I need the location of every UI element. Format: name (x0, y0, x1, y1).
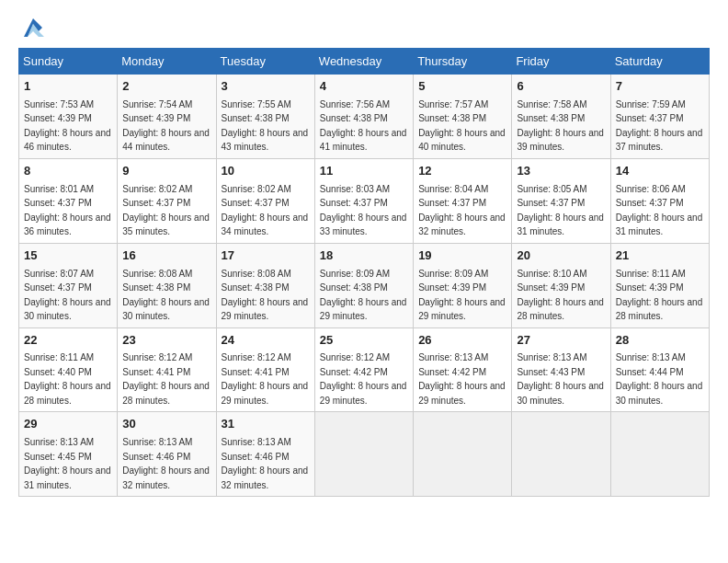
day-info: Sunrise: 7:53 AMSunset: 4:39 PMDaylight:… (24, 99, 111, 153)
day-number: 23 (122, 332, 210, 350)
table-row: 10Sunrise: 8:02 AMSunset: 4:37 PMDayligh… (216, 158, 314, 243)
day-number: 27 (517, 332, 605, 350)
table-row: 11Sunrise: 8:03 AMSunset: 4:37 PMDayligh… (314, 158, 413, 243)
day-number: 30 (122, 416, 210, 433)
day-number: 12 (418, 163, 506, 180)
calendar-week-row: 1Sunrise: 7:53 AMSunset: 4:39 PMDaylight… (19, 75, 710, 159)
day-info: Sunrise: 8:13 AMSunset: 4:46 PMDaylight:… (122, 437, 210, 490)
table-row: 6Sunrise: 7:58 AMSunset: 4:38 PMDaylight… (512, 75, 610, 159)
day-info: Sunrise: 8:11 AMSunset: 4:40 PMDaylight:… (24, 352, 111, 406)
col-tuesday: Tuesday (216, 49, 314, 75)
day-number: 9 (122, 163, 210, 180)
day-number: 13 (517, 163, 605, 180)
day-info: Sunrise: 7:57 AMSunset: 4:38 PMDaylight:… (418, 99, 506, 153)
table-row: 19Sunrise: 8:09 AMSunset: 4:39 PMDayligh… (414, 243, 512, 327)
calendar-week-row: 29Sunrise: 8:13 AMSunset: 4:45 PMDayligh… (19, 412, 710, 497)
day-number: 3 (222, 78, 310, 96)
col-wednesday: Wednesday (314, 49, 413, 75)
day-info: Sunrise: 7:59 AMSunset: 4:37 PMDaylight:… (616, 99, 703, 153)
day-info: Sunrise: 7:56 AMSunset: 4:38 PMDaylight:… (320, 99, 407, 153)
day-info: Sunrise: 8:13 AMSunset: 4:45 PMDaylight:… (24, 437, 111, 490)
table-row: 1Sunrise: 7:53 AMSunset: 4:39 PMDaylight… (19, 75, 118, 159)
day-info: Sunrise: 8:11 AMSunset: 4:39 PMDaylight:… (616, 269, 703, 322)
calendar-week-row: 22Sunrise: 8:11 AMSunset: 4:40 PMDayligh… (19, 327, 710, 412)
table-row (314, 412, 413, 497)
table-row: 5Sunrise: 7:57 AMSunset: 4:38 PMDaylight… (414, 75, 512, 159)
day-number: 11 (320, 163, 408, 180)
table-row: 25Sunrise: 8:12 AMSunset: 4:42 PMDayligh… (314, 327, 413, 412)
table-row: 22Sunrise: 8:11 AMSunset: 4:40 PMDayligh… (19, 327, 118, 412)
logo (18, 15, 46, 40)
day-info: Sunrise: 8:12 AMSunset: 4:42 PMDaylight:… (320, 352, 407, 406)
day-number: 21 (616, 247, 704, 265)
day-number: 25 (320, 332, 408, 350)
day-number: 7 (616, 78, 704, 96)
col-friday: Friday (512, 49, 610, 75)
col-sunday: Sunday (19, 49, 118, 75)
day-number: 31 (222, 416, 310, 433)
table-row: 9Sunrise: 8:02 AMSunset: 4:37 PMDaylight… (118, 158, 216, 243)
day-number: 26 (418, 332, 506, 350)
calendar-table: Sunday Monday Tuesday Wednesday Thursday… (18, 48, 710, 497)
day-number: 22 (24, 332, 112, 350)
day-number: 5 (418, 78, 506, 96)
day-info: Sunrise: 8:01 AMSunset: 4:37 PMDaylight:… (24, 184, 111, 237)
day-number: 19 (418, 247, 506, 265)
day-info: Sunrise: 8:12 AMSunset: 4:41 PMDaylight:… (222, 352, 309, 406)
table-row: 28Sunrise: 8:13 AMSunset: 4:44 PMDayligh… (610, 327, 709, 412)
calendar-page: Sunday Monday Tuesday Wednesday Thursday… (0, 0, 728, 506)
table-row: 26Sunrise: 8:13 AMSunset: 4:42 PMDayligh… (414, 327, 512, 412)
table-row: 21Sunrise: 8:11 AMSunset: 4:39 PMDayligh… (610, 243, 709, 327)
day-number: 14 (616, 163, 704, 180)
day-info: Sunrise: 8:03 AMSunset: 4:37 PMDaylight:… (320, 184, 407, 237)
day-number: 2 (122, 78, 210, 96)
table-row: 20Sunrise: 8:10 AMSunset: 4:39 PMDayligh… (512, 243, 610, 327)
table-row: 13Sunrise: 8:05 AMSunset: 4:37 PMDayligh… (512, 158, 610, 243)
day-info: Sunrise: 8:12 AMSunset: 4:41 PMDaylight:… (122, 352, 210, 406)
table-row: 18Sunrise: 8:09 AMSunset: 4:38 PMDayligh… (314, 243, 413, 327)
day-number: 8 (24, 163, 112, 180)
day-number: 15 (24, 247, 112, 265)
header (18, 15, 710, 40)
day-info: Sunrise: 8:13 AMSunset: 4:46 PMDaylight:… (222, 437, 309, 490)
table-row: 31Sunrise: 8:13 AMSunset: 4:46 PMDayligh… (216, 412, 314, 497)
table-row: 3Sunrise: 7:55 AMSunset: 4:38 PMDaylight… (216, 75, 314, 159)
day-number: 16 (122, 247, 210, 265)
calendar-week-row: 15Sunrise: 8:07 AMSunset: 4:37 PMDayligh… (19, 243, 710, 327)
day-number: 4 (320, 78, 408, 96)
day-info: Sunrise: 8:05 AMSunset: 4:37 PMDaylight:… (517, 184, 604, 237)
day-number: 1 (24, 78, 112, 96)
day-number: 17 (222, 247, 310, 265)
table-row: 7Sunrise: 7:59 AMSunset: 4:37 PMDaylight… (610, 75, 709, 159)
col-saturday: Saturday (610, 49, 709, 75)
table-row: 27Sunrise: 8:13 AMSunset: 4:43 PMDayligh… (512, 327, 610, 412)
table-row: 4Sunrise: 7:56 AMSunset: 4:38 PMDaylight… (314, 75, 413, 159)
day-info: Sunrise: 8:13 AMSunset: 4:42 PMDaylight:… (418, 352, 506, 406)
table-row: 2Sunrise: 7:54 AMSunset: 4:39 PMDaylight… (118, 75, 216, 159)
table-row: 30Sunrise: 8:13 AMSunset: 4:46 PMDayligh… (118, 412, 216, 497)
day-info: Sunrise: 8:02 AMSunset: 4:37 PMDaylight:… (122, 184, 210, 237)
table-row: 17Sunrise: 8:08 AMSunset: 4:38 PMDayligh… (216, 243, 314, 327)
day-number: 24 (222, 332, 310, 350)
table-row: 15Sunrise: 8:07 AMSunset: 4:37 PMDayligh… (19, 243, 118, 327)
table-row: 29Sunrise: 8:13 AMSunset: 4:45 PMDayligh… (19, 412, 118, 497)
day-info: Sunrise: 8:02 AMSunset: 4:37 PMDaylight:… (222, 184, 309, 237)
day-number: 18 (320, 247, 408, 265)
table-row (512, 412, 610, 497)
day-number: 6 (517, 78, 605, 96)
calendar-week-row: 8Sunrise: 8:01 AMSunset: 4:37 PMDaylight… (19, 158, 710, 243)
col-monday: Monday (118, 49, 216, 75)
day-info: Sunrise: 8:09 AMSunset: 4:38 PMDaylight:… (320, 269, 407, 322)
day-info: Sunrise: 8:10 AMSunset: 4:39 PMDaylight:… (517, 269, 604, 322)
day-info: Sunrise: 8:08 AMSunset: 4:38 PMDaylight:… (222, 269, 309, 322)
table-row: 12Sunrise: 8:04 AMSunset: 4:37 PMDayligh… (414, 158, 512, 243)
logo-icon (20, 15, 46, 40)
day-info: Sunrise: 8:13 AMSunset: 4:43 PMDaylight:… (517, 352, 604, 406)
day-number: 20 (517, 247, 605, 265)
day-number: 28 (616, 332, 704, 350)
day-number: 29 (24, 416, 112, 433)
table-row: 14Sunrise: 8:06 AMSunset: 4:37 PMDayligh… (610, 158, 709, 243)
table-row (414, 412, 512, 497)
day-info: Sunrise: 8:13 AMSunset: 4:44 PMDaylight:… (616, 352, 703, 406)
day-info: Sunrise: 8:07 AMSunset: 4:37 PMDaylight:… (24, 269, 111, 322)
